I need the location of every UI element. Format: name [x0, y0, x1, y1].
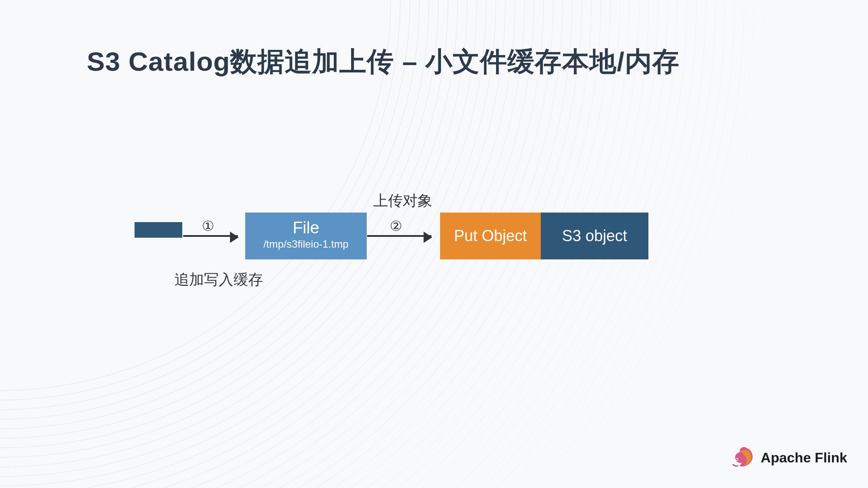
svg-point-1 — [736, 459, 737, 460]
arrow-upload — [367, 235, 431, 237]
file-box-title: File — [245, 219, 367, 237]
page-title: S3 Catalog数据追加上传 – 小文件缓存本地/内存 — [87, 43, 781, 80]
footer-brand-text: Apache Flink — [761, 450, 847, 466]
footer-brand: Apache Flink — [727, 444, 847, 472]
file-box-path: /tmp/s3fileio-1.tmp — [245, 238, 367, 250]
step-1-marker: ① — [202, 218, 214, 234]
file-cache-box: File /tmp/s3fileio-1.tmp — [245, 213, 367, 259]
append-write-cache-label: 追加写入缓存 — [174, 270, 263, 290]
source-block — [135, 222, 182, 238]
arrow-write-cache — [183, 235, 238, 237]
upload-object-label: 上传对象 — [373, 191, 432, 211]
put-object-box: Put Object — [440, 213, 541, 259]
step-2-marker: ② — [390, 218, 402, 234]
s3-object-box: S3 object — [541, 213, 648, 259]
flink-squirrel-icon — [727, 444, 755, 472]
